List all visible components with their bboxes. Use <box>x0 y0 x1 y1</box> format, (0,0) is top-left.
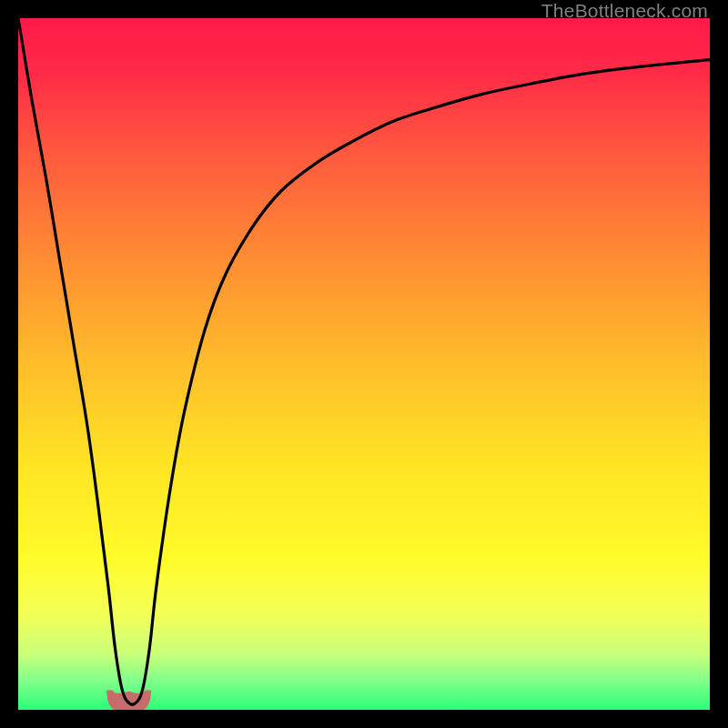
bottleneck-chart <box>18 18 710 710</box>
watermark-text: TheBottleneck.com <box>541 0 708 22</box>
chart-frame <box>18 18 710 710</box>
chart-background <box>18 18 710 710</box>
